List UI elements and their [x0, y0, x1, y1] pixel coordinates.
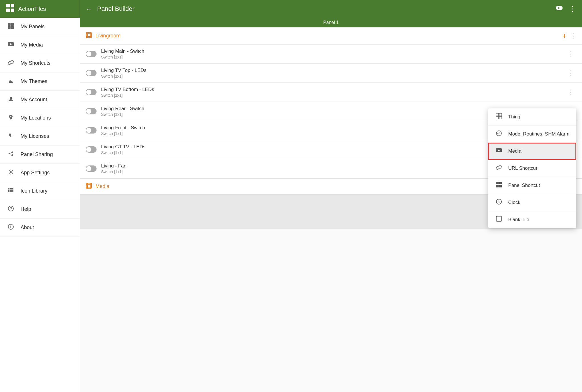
about-icon: i: [7, 224, 15, 231]
dropdown-item-mode-routines[interactable]: Mode, Routines, SHM Alarm: [488, 126, 576, 143]
sidebar-label-my-licenses: My Licenses: [21, 133, 49, 139]
panel-shortcut-icon: [495, 181, 503, 189]
add-tile-button[interactable]: +: [562, 31, 567, 40]
tile-toggle[interactable]: [86, 108, 97, 114]
svg-rect-5: [11, 23, 14, 26]
sidebar-label-my-media: My Media: [21, 42, 43, 48]
tile-sub: Switch [1x1]: [101, 93, 561, 98]
svg-point-30: [559, 7, 560, 9]
dropdown-item-blank-tile[interactable]: Blank Tile: [488, 211, 576, 228]
sidebar-item-about[interactable]: i About: [0, 219, 80, 237]
sidebar-item-my-locations[interactable]: My Locations: [0, 109, 80, 127]
svg-rect-50: [496, 185, 499, 187]
topbar: ← Panel Builder ⋮: [80, 0, 582, 18]
tile-more-button[interactable]: ⋮: [565, 87, 576, 97]
panel-sharing-icon: [7, 151, 15, 158]
sidebar-item-my-panels[interactable]: My Panels: [0, 18, 80, 36]
dropdown-label-thing: Thing: [508, 114, 521, 120]
panel-name: Panel 1: [323, 20, 339, 25]
svg-rect-13: [10, 135, 11, 137]
blank-tile-icon: [495, 216, 503, 223]
sidebar-label-my-themes: My Themes: [21, 78, 47, 84]
sidebar-item-icon-library[interactable]: Icon Library: [0, 182, 80, 200]
section-frame-icon: [86, 32, 92, 40]
sidebar-item-my-shortcuts[interactable]: My Shortcuts: [0, 54, 80, 72]
sidebar-label-icon-library: Icon Library: [21, 188, 47, 194]
tile-more-button[interactable]: ⋮: [565, 68, 576, 78]
svg-rect-4: [8, 23, 11, 26]
topbar-title: Panel Builder: [97, 5, 551, 13]
my-locations-icon: [7, 114, 15, 122]
svg-rect-31: [86, 33, 91, 38]
dropdown-item-clock[interactable]: Clock: [488, 194, 576, 211]
more-icon[interactable]: ⋮: [569, 5, 576, 13]
dropdown-item-media[interactable]: Media: [488, 143, 576, 160]
sidebar-label-about: About: [21, 225, 34, 231]
my-licenses-icon: [7, 132, 15, 140]
svg-rect-41: [496, 113, 499, 116]
tile-toggle[interactable]: [86, 127, 97, 134]
svg-rect-44: [499, 116, 502, 119]
svg-point-15: [9, 153, 10, 154]
topbar-icons: ⋮: [555, 4, 576, 14]
svg-rect-2: [6, 9, 10, 12]
mode-routines-icon: [495, 130, 503, 138]
sidebar-item-my-themes[interactable]: My Themes: [0, 72, 80, 91]
tile-name: Living TV Bottom - LEDs: [101, 87, 561, 92]
sidebar-item-my-media[interactable]: My Media: [0, 36, 80, 54]
add-tile-dropdown: Thing Mode, Routines, SHM Alarm Media UR…: [488, 108, 576, 228]
my-panels-icon: [7, 23, 15, 31]
my-media-icon: [7, 41, 15, 49]
livingroom-actions: + ⋮: [562, 31, 576, 40]
preview-icon[interactable]: [555, 4, 563, 14]
main-content: ← Panel Builder ⋮ Panel 1: [80, 0, 582, 392]
section-more-button[interactable]: ⋮: [570, 32, 576, 40]
dropdown-item-thing[interactable]: Thing: [488, 108, 576, 126]
sidebar-label-my-shortcuts: My Shortcuts: [21, 60, 51, 66]
svg-rect-0: [6, 4, 10, 7]
tile-toggle[interactable]: [86, 89, 97, 95]
thing-icon: [495, 113, 503, 121]
dropdown-item-url-shortcut[interactable]: URL Shortcut: [488, 160, 576, 177]
tile-info: Living Main - Switch Switch [1x1]: [101, 49, 561, 59]
sidebar: ActionTiles My Panels My Media My Shortc…: [0, 0, 80, 392]
media-icon: [495, 147, 503, 155]
tile-toggle[interactable]: [86, 51, 97, 57]
svg-rect-49: [499, 182, 502, 184]
app-settings-icon: [7, 169, 15, 177]
tile-name: Living Main - Switch: [101, 49, 561, 54]
sidebar-item-help[interactable]: ? Help: [0, 200, 80, 219]
svg-point-17: [11, 154, 13, 156]
tile-toggle[interactable]: [86, 165, 97, 172]
svg-text:?: ?: [10, 206, 12, 211]
livingroom-section-header: Livingroom + ⋮: [80, 27, 582, 45]
dropdown-label-blank-tile: Blank Tile: [508, 217, 529, 223]
tile-more-button[interactable]: ⋮: [565, 49, 576, 59]
dropdown-label-media: Media: [508, 148, 521, 154]
sidebar-label-my-account: My Account: [21, 97, 47, 103]
tile-toggle[interactable]: [86, 70, 97, 76]
dropdown-item-panel-shortcut[interactable]: Panel Shortcut: [488, 177, 576, 194]
svg-rect-6: [8, 26, 11, 29]
sidebar-label-help: Help: [21, 206, 31, 212]
sidebar-label-app-settings: App Settings: [21, 170, 50, 176]
sidebar-item-my-licenses[interactable]: My Licenses: [0, 127, 80, 146]
svg-rect-21: [8, 188, 13, 192]
svg-rect-36: [86, 183, 91, 188]
dropdown-label-clock: Clock: [508, 200, 521, 205]
back-button[interactable]: ←: [86, 5, 93, 13]
sidebar-item-panel-sharing[interactable]: Panel Sharing: [0, 146, 80, 164]
svg-point-16: [11, 151, 13, 153]
tile-toggle[interactable]: [86, 146, 97, 153]
tile-sub: Switch [1x1]: [101, 55, 561, 59]
svg-rect-56: [496, 216, 501, 221]
sidebar-item-my-account[interactable]: My Account: [0, 91, 80, 109]
svg-rect-14: [11, 136, 13, 136]
table-row: Living TV Top - LEDs Switch [1x1] ⋮: [80, 64, 582, 83]
svg-point-10: [10, 97, 12, 99]
svg-point-20: [10, 171, 12, 173]
sidebar-item-app-settings[interactable]: App Settings: [0, 164, 80, 182]
app-logo: [6, 3, 15, 15]
dropdown-label-mode-routines: Mode, Routines, SHM Alarm: [508, 131, 569, 137]
svg-rect-7: [11, 26, 14, 29]
